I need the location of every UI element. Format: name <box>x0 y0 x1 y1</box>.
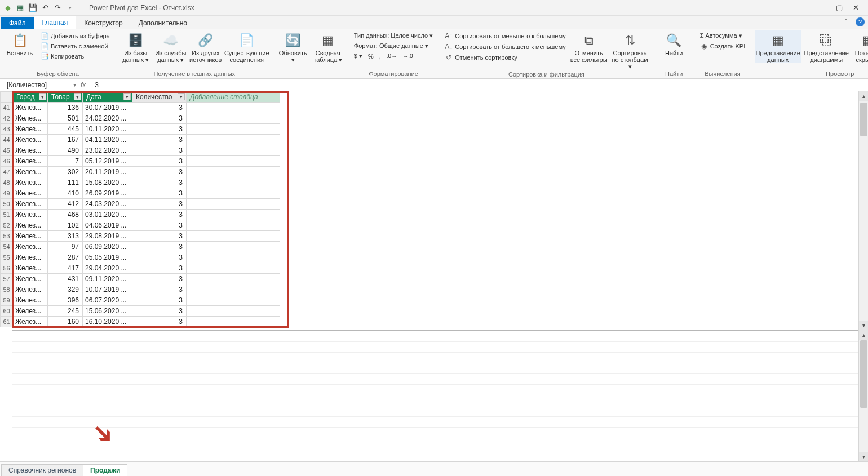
cell-product[interactable]: 313 <box>48 231 83 242</box>
table-row[interactable]: 48Желез...11115.08.2020 ...3 <box>1 177 280 188</box>
scroll-up-icon[interactable]: ▴ <box>859 91 868 101</box>
filter-icon[interactable]: ▾ <box>74 93 81 100</box>
cell-date[interactable]: 06.09.2020 ... <box>83 242 132 252</box>
cell-date[interactable]: 29.04.2020 ... <box>83 263 132 274</box>
cell-date[interactable]: 04.06.2019 ... <box>83 220 132 231</box>
decrease-decimal-button[interactable]: →.0 <box>402 53 413 59</box>
header-date[interactable]: Дата▾ <box>83 92 132 103</box>
cell-qty[interactable]: 3 <box>132 177 187 188</box>
table-row[interactable]: 42Желез...50124.02.2020 ...3 <box>1 113 280 124</box>
cell-qty[interactable]: 3 <box>132 135 187 145</box>
scroll-thumb[interactable] <box>860 103 867 136</box>
increase-decimal-button[interactable]: .0→ <box>387 53 397 59</box>
cell-product[interactable]: 468 <box>48 210 83 220</box>
sheet-tab-regions[interactable]: Справочник регионов <box>1 464 83 476</box>
cell-date[interactable]: 23.02.2020 ... <box>83 145 132 156</box>
close-icon[interactable]: ✕ <box>853 3 859 12</box>
data-grid[interactable]: Город▾ Товар▾ Дата▾ Количество▾ Добавлен… <box>0 91 858 461</box>
table-row[interactable]: 45Желез...49023.02.2020 ...3 <box>1 145 280 156</box>
cell-city[interactable]: Желез... <box>13 167 48 177</box>
cell-product[interactable]: 431 <box>48 274 83 284</box>
cell-city[interactable]: Желез... <box>13 317 48 327</box>
cell-date[interactable]: 03.01.2020 ... <box>83 210 132 220</box>
sheet-tab-sales[interactable]: Продажи <box>83 464 127 476</box>
cell-date[interactable]: 29.08.2019 ... <box>83 231 132 242</box>
cell-add[interactable] <box>187 274 280 284</box>
cell-product[interactable]: 102 <box>48 220 83 231</box>
scroll-down-icon[interactable]: ▾ <box>859 452 868 461</box>
cell-add[interactable] <box>187 242 280 252</box>
sort-by-column-button[interactable]: ⇅Сортировка по столбцам ▾ <box>610 30 650 70</box>
cell-city[interactable]: Желез... <box>13 210 48 220</box>
existing-connections-button[interactable]: 📄Существующие соединения <box>224 30 269 63</box>
clear-sort-button[interactable]: ↺Отменить сортировку <box>442 53 568 62</box>
cell-date[interactable]: 30.07.2019 ... <box>83 103 132 113</box>
qat-dropdown-icon[interactable]: ▾ <box>65 3 74 12</box>
cell-product[interactable]: 160 <box>48 317 83 327</box>
table-row[interactable]: 57Желез...43109.11.2020 ...3 <box>1 274 280 284</box>
scroll-down-icon[interactable]: ▾ <box>859 321 868 330</box>
cell-qty[interactable]: 3 <box>132 124 187 135</box>
cell-add[interactable] <box>187 220 280 231</box>
cell-product[interactable]: 410 <box>48 188 83 199</box>
cell-city[interactable]: Желез... <box>13 177 48 188</box>
cell-product[interactable]: 501 <box>48 113 83 124</box>
cell-product[interactable]: 167 <box>48 135 83 145</box>
tab-home[interactable]: Главная <box>34 16 77 29</box>
cell-qty[interactable]: 3 <box>132 317 187 327</box>
header-city[interactable]: Город▾ <box>13 92 48 103</box>
cell-qty[interactable]: 3 <box>132 263 187 274</box>
cell-city[interactable]: Желез... <box>13 188 48 199</box>
from-other-button[interactable]: 🔗Из других источников <box>189 30 222 63</box>
cell-city[interactable]: Желез... <box>13 103 48 113</box>
cell-add[interactable] <box>187 124 280 135</box>
filter-icon[interactable]: ▾ <box>178 93 185 100</box>
table-row[interactable]: 47Желез...30220.11.2019 ...3 <box>1 167 280 177</box>
cell-product[interactable]: 490 <box>48 145 83 156</box>
name-box-dropdown-icon[interactable]: ▾ <box>73 82 76 88</box>
save-icon[interactable]: 💾 <box>28 3 37 12</box>
cell-add[interactable] <box>187 188 280 199</box>
cell-city[interactable]: Желез... <box>13 252 48 263</box>
cell-add[interactable] <box>187 156 280 167</box>
percent-button[interactable]: % <box>368 53 374 60</box>
cell-city[interactable]: Желез... <box>13 145 48 156</box>
cell-qty[interactable]: 3 <box>132 113 187 124</box>
header-product[interactable]: Товар▾ <box>48 92 83 103</box>
redo-icon[interactable]: ↷ <box>53 3 62 12</box>
cell-product[interactable]: 329 <box>48 284 83 295</box>
cell-product[interactable]: 302 <box>48 167 83 177</box>
from-service-button[interactable]: ☁️Из службы данных ▾ <box>154 30 187 63</box>
cell-city[interactable]: Желез... <box>13 124 48 135</box>
pivot-table-button[interactable]: ▦Сводная таблица ▾ <box>312 30 344 63</box>
cell-qty[interactable]: 3 <box>132 199 187 210</box>
cell-product[interactable]: 111 <box>48 177 83 188</box>
table-row[interactable]: 54Желез...9706.09.2020 ...3 <box>1 242 280 252</box>
cell-add[interactable] <box>187 231 280 242</box>
diagram-view-button[interactable]: ⿻Представление диаграммы <box>803 30 849 63</box>
show-hidden-button[interactable]: ▦Показать скрытые <box>852 30 868 63</box>
cell-add[interactable] <box>187 103 280 113</box>
find-button[interactable]: 🔍Найти <box>658 30 690 56</box>
create-kpi-button[interactable]: ◉Создать KPI <box>698 42 748 51</box>
autosum-button[interactable]: Σ Автосумма ▾ <box>698 32 748 40</box>
currency-button[interactable]: $ ▾ <box>354 52 362 60</box>
cell-product[interactable]: 7 <box>48 156 83 167</box>
cell-qty[interactable]: 3 <box>132 274 187 284</box>
table-row[interactable]: 56Желез...41729.04.2020 ...3 <box>1 263 280 274</box>
name-box[interactable]: [Количество] <box>7 81 69 89</box>
vertical-scrollbar-bottom[interactable]: ▴ ▾ <box>858 330 868 461</box>
cell-product[interactable]: 445 <box>48 124 83 135</box>
cell-qty[interactable]: 3 <box>132 167 187 177</box>
cell-city[interactable]: Желез... <box>13 231 48 242</box>
table-row[interactable]: 55Желез...28705.05.2019 ...3 <box>1 252 280 263</box>
help-icon[interactable]: ? <box>856 17 865 26</box>
table-row[interactable]: 46Желез...705.12.2019 ...3 <box>1 156 280 167</box>
cell-qty[interactable]: 3 <box>132 231 187 242</box>
cell-date[interactable]: 26.09.2019 ... <box>83 188 132 199</box>
cell-city[interactable]: Желез... <box>13 263 48 274</box>
cell-add[interactable] <box>187 145 280 156</box>
header-add-column[interactable]: Добавление столбца <box>187 92 280 103</box>
cell-date[interactable]: 04.11.2020 ... <box>83 135 132 145</box>
table-row[interactable]: 50Желез...41224.03.2020 ...3 <box>1 199 280 210</box>
